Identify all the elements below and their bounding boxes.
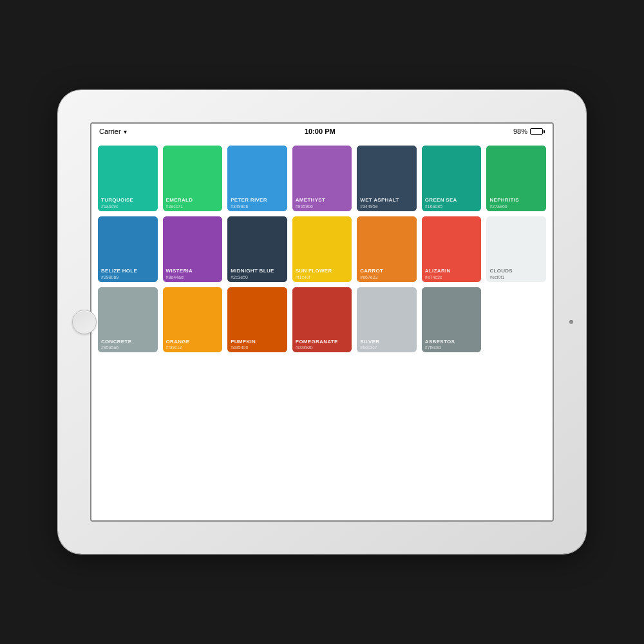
- color-hex-green-sea: #16a085: [425, 204, 478, 209]
- color-info-pomegranate: POMEGRANATE#c0392b: [292, 336, 352, 353]
- color-hex-amethyst: #9b59b6: [296, 204, 349, 209]
- color-card-asbestos[interactable]: ASBESTOS#7f8c8d: [422, 287, 482, 353]
- color-hex-belize-hole: #2980b9: [101, 275, 155, 279]
- color-swatch-green-sea: [422, 146, 482, 194]
- color-swatch-belize-hole: [98, 216, 158, 265]
- color-name-peter-river: PETER RIVER: [231, 197, 284, 204]
- color-swatch-wisteria: [163, 216, 223, 265]
- color-swatch-amethyst: [292, 146, 352, 194]
- color-hex-nephritis: #27ae60: [489, 204, 543, 209]
- color-info-peter-river: PETER RIVER#3498db: [227, 194, 287, 211]
- color-swatch-turquoise: [98, 146, 158, 194]
- ipad-device: Carrier ▾ 10:00 PM 98% TURQUOISE#1abc9cE…: [58, 90, 586, 554]
- color-hex-peter-river: #3498db: [231, 204, 284, 209]
- color-info-orange: ORANGE#f39c12: [163, 336, 223, 353]
- color-swatch-pomegranate: [292, 287, 352, 336]
- color-name-silver: SILVER: [360, 339, 413, 345]
- color-info-turquoise: TURQUOISE#1abc9c: [98, 194, 158, 211]
- color-card-concrete[interactable]: CONCRETE#95a5a6: [98, 287, 158, 353]
- color-swatch-asbestos: [422, 287, 482, 336]
- color-hex-pumpkin: #d35400: [231, 345, 284, 350]
- color-hex-emerald: #2ecc71: [166, 204, 220, 209]
- color-hex-wisteria: #8e44ad: [166, 275, 220, 279]
- carrier-label: Carrier: [99, 128, 121, 135]
- screen: Carrier ▾ 10:00 PM 98% TURQUOISE#1abc9cE…: [90, 122, 554, 522]
- status-left: Carrier ▾: [99, 128, 127, 135]
- color-name-turquoise: TURQUOISE: [101, 197, 155, 204]
- color-name-pomegranate: POMEGRANATE: [296, 339, 349, 345]
- color-card-pumpkin[interactable]: PUMPKIN#d35400: [227, 287, 287, 353]
- color-hex-pomegranate: #c0392b: [296, 345, 349, 350]
- color-swatch-peter-river: [227, 146, 287, 194]
- color-card-belize-hole[interactable]: BELIZE HOLE#2980b9: [98, 216, 158, 282]
- color-hex-silver: #bdc3c7: [360, 345, 413, 350]
- color-info-pumpkin: PUMPKIN#d35400: [227, 336, 287, 353]
- home-button[interactable]: [72, 310, 97, 334]
- color-card-nephritis[interactable]: NEPHRITIS#27ae60: [486, 146, 546, 211]
- color-card-sun-flower[interactable]: SUN FLOWER#f1c40f: [292, 216, 352, 282]
- color-info-wet-asphalt: WET ASPHALT#34495e: [357, 194, 417, 211]
- wifi-icon: ▾: [124, 128, 127, 135]
- status-bar: Carrier ▾ 10:00 PM 98%: [91, 124, 553, 139]
- color-swatch-carrot: [357, 216, 417, 265]
- color-name-asbestos: ASBESTOS: [425, 339, 478, 345]
- color-info-belize-hole: BELIZE HOLE#2980b9: [98, 265, 158, 282]
- color-swatch-orange: [163, 287, 223, 336]
- color-info-wisteria: WISTERIA#8e44ad: [163, 265, 223, 282]
- color-name-pumpkin: PUMPKIN: [231, 339, 284, 345]
- color-swatch-midnight-blue: [227, 216, 287, 265]
- color-swatch-concrete: [98, 287, 158, 336]
- color-card-clouds[interactable]: CLOUDS#ecf0f1: [486, 216, 546, 282]
- color-card-wisteria[interactable]: WISTERIA#8e44ad: [163, 216, 223, 282]
- clock: 10:00 PM: [305, 128, 336, 135]
- color-swatch-pumpkin: [227, 287, 287, 336]
- color-card-alizarin[interactable]: ALIZARIN#e74c3c: [422, 216, 482, 282]
- color-swatch-nephritis: [486, 146, 546, 194]
- color-swatch-alizarin: [422, 216, 482, 265]
- color-name-wisteria: WISTERIA: [166, 268, 220, 274]
- color-card-pomegranate[interactable]: POMEGRANATE#c0392b: [292, 287, 352, 353]
- color-card-emerald[interactable]: EMERALD#2ecc71: [163, 146, 223, 211]
- color-card-green-sea[interactable]: GREEN SEA#16a085: [422, 146, 482, 211]
- color-info-concrete: CONCRETE#95a5a6: [98, 336, 158, 353]
- color-name-nephritis: NEPHRITIS: [489, 197, 543, 204]
- color-info-alizarin: ALIZARIN#e74c3c: [422, 265, 482, 282]
- color-swatch-sun-flower: [292, 216, 352, 265]
- color-name-emerald: EMERALD: [166, 197, 220, 204]
- color-name-midnight-blue: MIDNIGHT BLUE: [231, 268, 284, 274]
- color-card-amethyst[interactable]: AMETHYST#9b59b6: [292, 146, 352, 211]
- status-right: 98%: [513, 128, 545, 135]
- color-info-asbestos: ASBESTOS#7f8c8d: [422, 336, 482, 353]
- color-info-amethyst: AMETHYST#9b59b6: [292, 194, 352, 211]
- color-info-carrot: CARROT#e67e22: [357, 265, 417, 282]
- color-info-emerald: EMERALD#2ecc71: [163, 194, 223, 211]
- color-swatch-wet-asphalt: [357, 146, 417, 194]
- color-info-silver: SILVER#bdc3c7: [357, 336, 417, 353]
- color-grid: TURQUOISE#1abc9cEMERALD#2ecc71PETER RIVE…: [98, 146, 546, 352]
- color-card-silver[interactable]: SILVER#bdc3c7: [357, 287, 417, 353]
- color-name-belize-hole: BELIZE HOLE: [101, 268, 155, 274]
- color-card-carrot[interactable]: CARROT#e67e22: [357, 216, 417, 282]
- color-card-orange[interactable]: ORANGE#f39c12: [163, 287, 223, 353]
- camera-dot: [569, 320, 573, 324]
- color-name-green-sea: GREEN SEA: [425, 197, 478, 204]
- color-hex-wet-asphalt: #34495e: [360, 204, 413, 209]
- battery-body: [530, 128, 543, 135]
- content-area: TURQUOISE#1abc9cEMERALD#2ecc71PETER RIVE…: [91, 139, 553, 520]
- color-info-nephritis: NEPHRITIS#27ae60: [486, 194, 546, 211]
- color-hex-sun-flower: #f1c40f: [296, 275, 349, 279]
- color-card-wet-asphalt[interactable]: WET ASPHALT#34495e: [357, 146, 417, 211]
- color-name-wet-asphalt: WET ASPHALT: [360, 197, 413, 204]
- color-hex-turquoise: #1abc9c: [101, 204, 155, 209]
- color-name-sun-flower: SUN FLOWER: [296, 268, 349, 274]
- color-hex-carrot: #e67e22: [360, 275, 413, 279]
- color-swatch-clouds: [486, 216, 546, 265]
- color-hex-alizarin: #e74c3c: [425, 275, 478, 279]
- color-card-midnight-blue[interactable]: MIDNIGHT BLUE#2c3e50: [227, 216, 287, 282]
- color-hex-asbestos: #7f8c8d: [425, 345, 478, 350]
- battery-percent: 98%: [513, 128, 527, 135]
- color-card-peter-river[interactable]: PETER RIVER#3498db: [227, 146, 287, 211]
- color-hex-orange: #f39c12: [166, 345, 220, 350]
- color-info-clouds: CLOUDS#ecf0f1: [486, 265, 546, 282]
- color-card-turquoise[interactable]: TURQUOISE#1abc9c: [98, 146, 158, 211]
